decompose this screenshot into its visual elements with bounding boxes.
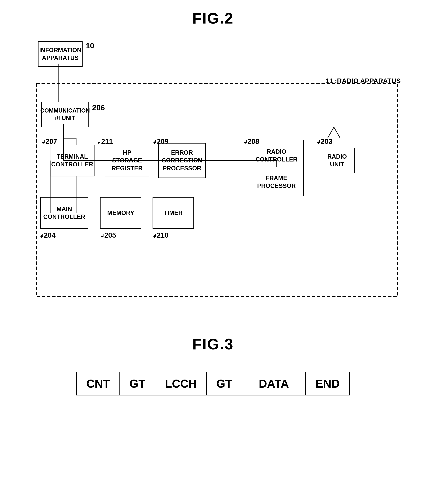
error-correction-label: ERROR CORRECTION PROCESSOR bbox=[162, 149, 202, 172]
fig2-section: FIG.2 bbox=[13, 10, 413, 307]
terminal-controller-box: TERMINAL CONTROLLER bbox=[50, 145, 94, 176]
page-container: FIG.2 bbox=[0, 0, 426, 504]
fig3-cell-data: DATA bbox=[242, 372, 305, 395]
hp-storage-box: HP STORAGE REGISTER bbox=[105, 145, 149, 176]
fig3-cell-gt2: GT bbox=[206, 372, 242, 395]
info-apparatus-label: INFORMATION APPARATUS bbox=[39, 46, 81, 62]
label-208: ↲208 bbox=[243, 138, 259, 145]
label-10: 10 bbox=[86, 41, 94, 50]
fig3-cell-cnt: CNT bbox=[77, 372, 120, 395]
comm-if-box: COMMUNICATION i/f UNIT bbox=[41, 102, 89, 127]
terminal-controller-label: TERMINAL CONTROLLER bbox=[51, 153, 93, 168]
fig3-section: FIG.3 CNT GT LCCH GT DATA END bbox=[13, 335, 413, 395]
fig3-cell-gt1: GT bbox=[120, 372, 155, 395]
memory-label: MEMORY bbox=[107, 209, 134, 217]
comm-if-label: COMMUNICATION i/f UNIT bbox=[40, 107, 90, 122]
timer-label: TIMER bbox=[164, 209, 183, 217]
info-apparatus-box: INFORMATION APPARATUS bbox=[38, 41, 83, 67]
fig3-cell-lcch: LCCH bbox=[155, 372, 207, 395]
frame-processor-box: FRAME PROCESSOR bbox=[253, 171, 300, 193]
fig3-table-row: CNT GT LCCH GT DATA END bbox=[77, 372, 349, 395]
label-206: 206 bbox=[92, 103, 105, 112]
radio-unit-label: RADIO UNIT bbox=[327, 153, 347, 168]
label-210: ↲210 bbox=[153, 231, 169, 239]
main-controller-box: MAIN CONTROLLER bbox=[40, 197, 88, 229]
frame-processor-label: FRAME PROCESSOR bbox=[257, 174, 296, 190]
memory-box: MEMORY bbox=[100, 197, 142, 229]
svg-rect-0 bbox=[36, 83, 398, 297]
fig2-title: FIG.2 bbox=[192, 10, 234, 27]
radio-apparatus-label: 11 ;RADIO APPARATUS bbox=[326, 77, 401, 85]
error-correction-box: ERROR CORRECTION PROCESSOR bbox=[158, 143, 206, 178]
fig3-cell-end: END bbox=[305, 372, 349, 395]
fig3-table: CNT GT LCCH GT DATA END bbox=[76, 372, 350, 395]
svg-line-19 bbox=[327, 127, 334, 138]
timer-box: TIMER bbox=[153, 197, 194, 229]
hp-storage-label: HP STORAGE REGISTER bbox=[108, 149, 146, 172]
main-controller-label: MAIN CONTROLLER bbox=[43, 205, 85, 221]
svg-line-20 bbox=[334, 127, 340, 138]
label-211: ↲211 bbox=[97, 138, 113, 145]
radio-stack-outer: RADIO CONTROLLER FRAME PROCESSOR bbox=[250, 140, 304, 196]
fig2-diagram: INFORMATION APPARATUS 10 11 ;RADIO APPAR… bbox=[22, 37, 404, 307]
label-209: ↲209 bbox=[153, 138, 169, 145]
label-204: ↲204 bbox=[40, 231, 56, 239]
fig3-title: FIG.3 bbox=[192, 335, 234, 353]
label-207: ↲207 bbox=[41, 138, 57, 145]
radio-controller-box: RADIO CONTROLLER bbox=[253, 143, 300, 168]
radio-unit-box: RADIO UNIT bbox=[320, 148, 355, 173]
label-205: ↲205 bbox=[100, 231, 116, 239]
radio-controller-label: RADIO CONTROLLER bbox=[256, 148, 298, 164]
label-203: ↲203 bbox=[316, 138, 332, 145]
